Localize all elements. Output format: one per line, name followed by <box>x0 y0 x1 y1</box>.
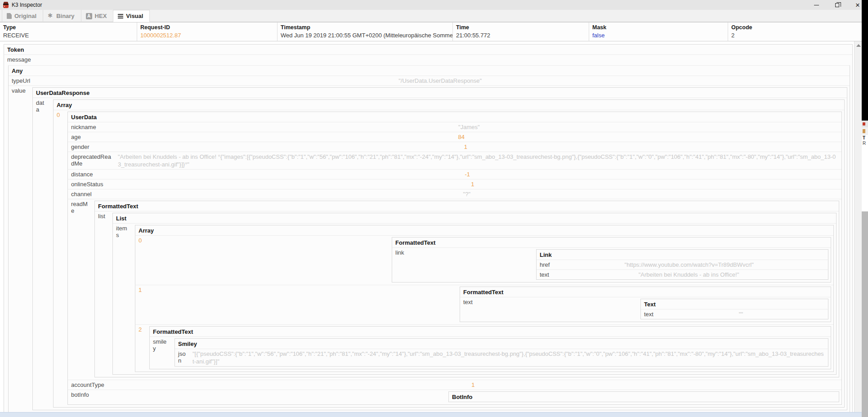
file-icon <box>7 13 12 19</box>
vertical-scrollbar[interactable] <box>854 41 862 417</box>
tab-visual[interactable]: Visual <box>113 10 150 22</box>
title-bar: K3 Inspector ✕ <box>0 0 868 10</box>
age-label: age <box>71 132 84 141</box>
tab-hex[interactable]: A HEX <box>81 10 114 22</box>
items-row: items Array 0 <box>113 223 836 374</box>
value-row: value UserDataResponse data Array 0 User <box>9 85 850 413</box>
type-url-value-cell: "/UserData.UserDataResponse" <box>33 76 847 85</box>
link-text-value: "Arbeiten bei Knuddels - ab ins Office!" <box>639 271 739 278</box>
opcode-value: 2 <box>731 32 862 39</box>
bottom-scroll-strip[interactable] <box>0 412 862 417</box>
item-0-index: 0 <box>139 236 146 245</box>
online-status-label: onlineStatus <box>71 179 106 188</box>
edge-mini-tab-icon <box>863 129 865 133</box>
item-2-row: 2 FormattedText smiley <box>135 324 833 372</box>
edge-mini-receive-text: R <box>863 141 866 146</box>
restore-button[interactable] <box>827 0 847 10</box>
visual-tree: Token message Any typeUrl "/UserData.Use… <box>0 41 854 417</box>
app-jar-icon <box>3 2 9 8</box>
type-label: Type <box>3 24 137 31</box>
list-label: list <box>98 211 109 220</box>
time-value: 21:00:55.772 <box>456 32 589 39</box>
screen-edge-strip: T R <box>862 0 868 417</box>
online-status-value: 1 <box>471 180 474 188</box>
meta-type: Type RECEIVE <box>0 22 137 41</box>
scroll-up-icon[interactable] <box>856 44 861 47</box>
mask-label: Mask <box>592 24 728 31</box>
item-0-formatted-text-box: FormattedText link Link <box>392 237 831 282</box>
token-box: Token message Any typeUrl "/UserData.Use… <box>4 44 853 416</box>
tab-bar: Original Binary A HEX Visual <box>0 10 868 22</box>
opcode-label: Opcode <box>731 24 862 31</box>
gender-value: 1 <box>464 143 467 151</box>
list-box: List items Array <box>112 213 837 375</box>
deprecated-readme-row: deprecatedReadMe "Arbeiten bei Knuddels … <box>68 152 841 169</box>
text-label: text <box>463 297 475 306</box>
meta-timestamp: Timestamp Wed Jun 19 2019 21:00:55 GMT+0… <box>277 22 453 41</box>
deprecated-readme-label: deprecatedReadMe <box>71 152 116 168</box>
restore-icon <box>835 3 839 7</box>
type-value: RECEIVE <box>3 32 137 39</box>
item-1-row: 1 FormattedText text <box>135 285 833 324</box>
type-url-row: typeUrl "/UserData.UserDataResponse" <box>9 76 850 85</box>
tab-binary-label: Binary <box>56 13 74 19</box>
tab-original-label: Original <box>14 13 36 19</box>
time-label: Time <box>456 24 589 31</box>
tab-binary[interactable]: Binary <box>43 10 81 22</box>
close-icon: ✕ <box>855 2 860 9</box>
account-type-row: accountType 1 <box>68 380 841 390</box>
item-2-formatted-text-box: FormattedText smiley Smiley <box>149 326 831 369</box>
tab-visual-label: Visual <box>126 13 143 19</box>
text-row: text Text text <box>460 297 831 322</box>
gear-icon <box>48 13 54 19</box>
value-label: value <box>12 86 29 95</box>
age-row: age 84 <box>68 132 841 142</box>
meta-time: Time 21:00:55.772 <box>453 22 589 41</box>
edge-mini-app-icon <box>863 122 865 126</box>
link-text-label: text <box>540 270 552 279</box>
tab-hex-label: HEX <box>95 13 107 19</box>
user-data-box: UserData nickname "James" age 84 <box>67 112 842 405</box>
type-url-label: typeUrl <box>12 76 33 85</box>
distance-row: distance -1 <box>68 169 841 179</box>
link-title: Link <box>537 250 828 260</box>
list-title: List <box>113 213 836 223</box>
message-row: message <box>4 54 852 64</box>
formatted-text-title: FormattedText <box>95 201 839 211</box>
smiley-row: smiley Smiley json <box>150 336 831 369</box>
list-row: list List items Arra <box>95 211 839 377</box>
age-value: 84 <box>458 133 465 141</box>
items-array-box: Array 0 FormattedText <box>135 225 834 372</box>
minimize-button[interactable] <box>806 0 827 10</box>
edge-mini-type-text: T <box>863 136 865 140</box>
hex-a-icon: A <box>86 13 92 19</box>
link-label: link <box>395 248 407 257</box>
app-window: K3 Inspector ✕ Original Binary A HEX Vis… <box>0 0 868 417</box>
array-title: Array <box>54 100 844 110</box>
nickname-label: nickname <box>71 122 99 131</box>
text-text-row: text "" <box>641 309 828 319</box>
gender-label: gender <box>71 142 92 151</box>
smiley-box: Smiley json "[{"pseudoCSS":{"b":"1","w":… <box>174 338 828 367</box>
readme-label: readMe <box>71 199 91 215</box>
udr-title: UserDataResponse <box>33 88 847 98</box>
smiley-label: smiley <box>153 337 171 353</box>
meta-mask: Mask false <box>589 22 728 41</box>
type-url-value: "/UserData.UserDataResponse" <box>398 77 482 85</box>
timestamp-value: Wed Jun 19 2019 21:00:55 GMT+0200 (Mitte… <box>281 32 452 39</box>
edge-gray-region <box>862 211 868 417</box>
array-item-0-row: 0 UserData nickname "James" ag <box>54 110 844 407</box>
item-1-formatted-text-box: FormattedText text Text <box>460 287 831 322</box>
mask-value: false <box>592 32 728 39</box>
any-title: Any <box>9 66 850 76</box>
tab-original[interactable]: Original <box>2 10 43 22</box>
edge-black-region <box>862 0 868 121</box>
smiley-title: Smiley <box>175 339 828 349</box>
item-0-title: FormattedText <box>392 238 831 247</box>
window-controls: ✕ <box>806 0 868 10</box>
user-data-response-box: UserDataResponse data Array 0 UserData <box>32 87 847 410</box>
token-title: Token <box>4 45 852 54</box>
channel-value: "?" <box>463 190 470 198</box>
href-row: href "https://www.youtube.com/watch?v=Tr… <box>537 260 828 269</box>
link-box: Link href "https://www.youtube.com/watch… <box>536 249 828 280</box>
